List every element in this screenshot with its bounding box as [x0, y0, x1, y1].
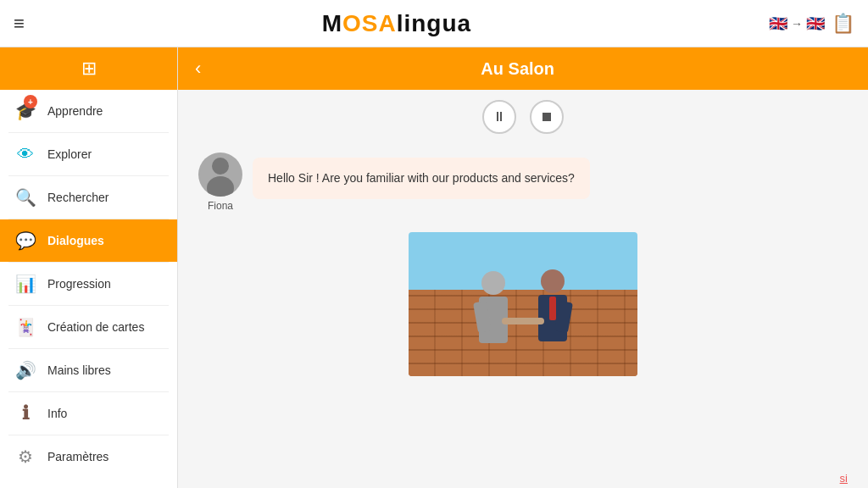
- pause-icon: ⏸: [492, 109, 506, 125]
- pause-button[interactable]: ⏸: [482, 100, 516, 134]
- avatar-fiona: [198, 152, 242, 197]
- svg-point-5: [541, 269, 565, 293]
- dialogue-text-0: Hello Sir ! Are you familiar with our pr…: [268, 171, 575, 185]
- fiona-silhouette-svg: [198, 152, 242, 197]
- content-header: ‹ Au Salon: [178, 47, 868, 90]
- sidebar-header[interactable]: ⊞: [0, 47, 177, 90]
- avatar-container-fiona: Fiona: [198, 152, 242, 212]
- rechercher-icon: 🔍: [14, 186, 37, 209]
- explorer-label: Explorer: [47, 147, 92, 161]
- fiona-name: Fiona: [208, 200, 233, 212]
- dialogue-row-0: Fiona Hello Sir ! Are you familiar with …: [198, 152, 848, 212]
- mains-libres-icon: 🔊: [14, 358, 37, 382]
- creation-label: Création de cartes: [47, 320, 144, 334]
- sidebar-item-progression[interactable]: 📊 Progression: [0, 263, 177, 305]
- sidebar-item-apprendre[interactable]: 🎓 + Apprendre: [0, 90, 177, 132]
- clipboard-icon[interactable]: 📋: [832, 13, 854, 35]
- rechercher-label: Rechercher: [47, 191, 108, 204]
- sidebar: ⊞ 🎓 + Apprendre 👁 Explorer 🔍 Rechercher …: [0, 47, 178, 488]
- dialogue-image-row: [198, 225, 848, 383]
- source-flag: 🇬🇧: [769, 16, 787, 31]
- app-logo: MOSAlingua: [322, 10, 471, 37]
- see-more-text: si: [840, 472, 848, 485]
- explorer-icon: 👁: [14, 142, 37, 166]
- handshake-svg: [438, 258, 608, 368]
- sidebar-item-rechercher[interactable]: 🔍 Rechercher: [0, 176, 177, 219]
- sidebar-item-parametres[interactable]: ⚙ Paramètres: [0, 435, 177, 478]
- back-button[interactable]: ‹: [195, 58, 201, 80]
- mains-libres-label: Mains libres: [47, 363, 111, 377]
- top-bar-right: 🇬🇧 → 🇬🇧 📋: [769, 13, 854, 35]
- language-selector[interactable]: 🇬🇧 → 🇬🇧: [769, 16, 825, 31]
- sidebar-item-info[interactable]: ℹ Info: [0, 392, 177, 435]
- progression-label: Progression: [47, 277, 111, 291]
- apprendre-label: Apprendre: [47, 104, 103, 118]
- main-area: ⊞ 🎓 + Apprendre 👁 Explorer 🔍 Rechercher …: [0, 47, 868, 488]
- logo-m: M: [322, 10, 342, 36]
- stop-button[interactable]: ⏹: [530, 100, 564, 134]
- sidebar-item-dialogues[interactable]: 💬 Dialogues: [0, 219, 177, 262]
- target-flag: 🇬🇧: [806, 16, 825, 31]
- sidebar-item-creation[interactable]: 🃏 Création de cartes: [0, 306, 177, 348]
- dialogues-label: Dialogues: [47, 234, 104, 247]
- svg-point-1: [207, 176, 234, 197]
- stop-icon: ⏹: [540, 109, 554, 125]
- progression-icon: 📊: [14, 272, 37, 296]
- svg-point-2: [481, 271, 505, 295]
- controls-bar: ⏸ ⏹: [178, 90, 868, 144]
- parametres-label: Paramètres: [47, 450, 108, 463]
- menu-icon[interactable]: ≡: [14, 13, 25, 35]
- logo-osa: OSA: [342, 10, 397, 36]
- handshake-image: [409, 232, 637, 376]
- creation-icon: 🃏: [14, 315, 37, 339]
- apprendre-badge: +: [24, 95, 37, 108]
- svg-rect-9: [549, 297, 556, 320]
- see-more-link[interactable]: si: [178, 469, 868, 488]
- top-bar: ≡ MOSAlingua 🇬🇧 → 🇬🇧 📋: [0, 0, 868, 47]
- logo-lingua: lingua: [397, 10, 471, 36]
- dialogues-icon: 💬: [14, 229, 37, 252]
- content-title: Au Salon: [218, 59, 817, 79]
- info-icon: ℹ: [14, 402, 37, 425]
- sidebar-item-explorer[interactable]: 👁 Explorer: [0, 133, 177, 175]
- info-label: Info: [47, 407, 67, 420]
- dialogue-area: Fiona Hello Sir ! Are you familiar with …: [178, 144, 868, 469]
- parametres-icon: ⚙: [14, 445, 37, 469]
- arrow-icon: →: [791, 17, 803, 30]
- sidebar-item-mains-libres[interactable]: 🔊 Mains libres: [0, 349, 177, 391]
- svg-point-0: [212, 158, 229, 175]
- top-bar-left: ≡: [14, 13, 25, 35]
- dialogue-bubble-0: Hello Sir ! Are you familiar with our pr…: [253, 158, 590, 199]
- content-area: ‹ Au Salon ⏸ ⏹: [178, 47, 868, 488]
- grid-icon: ⊞: [81, 58, 97, 80]
